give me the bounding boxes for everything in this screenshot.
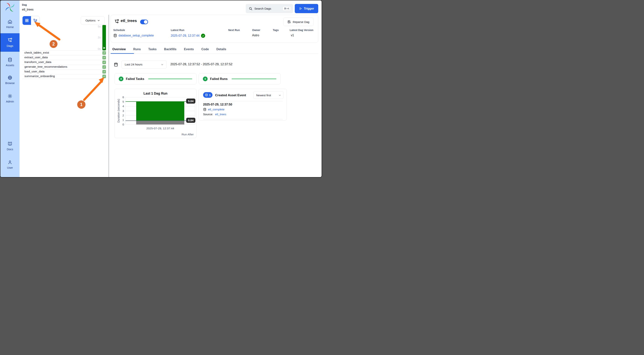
play-icon bbox=[299, 7, 302, 10]
chevron-down-icon bbox=[161, 63, 164, 66]
failed-tasks-label: Failed Tasks bbox=[126, 77, 144, 81]
database-icon bbox=[203, 108, 206, 111]
chart-y-tick: 1 bbox=[119, 118, 124, 122]
row-divider bbox=[22, 69, 105, 70]
sidebar-item-label: Dags bbox=[6, 44, 13, 47]
source-dag-link[interactable]: etl_trees bbox=[215, 113, 226, 116]
search-shortcut-badge: ⌘+K bbox=[282, 7, 291, 11]
failed-runs-count: 0 bbox=[203, 77, 208, 81]
dag-pause-toggle[interactable] bbox=[140, 20, 148, 24]
failed-runs-sparkline bbox=[232, 79, 276, 79]
task-success-check-icon[interactable] bbox=[102, 75, 106, 78]
sidebar-item-dags[interactable]: Dags bbox=[0, 33, 20, 52]
sidebar-item-docs[interactable]: Docs bbox=[0, 141, 20, 151]
tab-overview[interactable]: Overview bbox=[112, 48, 126, 51]
chart-y-tick: 2 bbox=[119, 114, 124, 117]
task-success-check-icon[interactable] bbox=[102, 56, 106, 60]
reparse-dag-button[interactable]: Reparse Dag bbox=[283, 18, 314, 26]
schedule-label: Schedule bbox=[113, 29, 125, 32]
chart-y-tick: 6 bbox=[119, 96, 124, 99]
tab-tasks[interactable]: Tasks bbox=[148, 48, 156, 51]
duration-tick-5s: 5s bbox=[92, 25, 101, 28]
breadcrumb: Dag bbox=[22, 4, 27, 6]
time-range-value: Last 24 hours bbox=[125, 63, 142, 66]
chart-bar-queued-duration[interactable] bbox=[136, 121, 184, 125]
dag-run-chart-card: Last 1 Dag Run Duration (seconds) 5.04 0… bbox=[114, 89, 196, 138]
globe-icon bbox=[8, 75, 12, 80]
task-row-label[interactable]: transform_user_data bbox=[24, 60, 51, 64]
chart-x-tick: 2025-07-29, 12:37:44 bbox=[146, 127, 174, 130]
panel-divider[interactable] bbox=[108, 15, 109, 178]
task-success-check-icon[interactable] bbox=[102, 70, 106, 74]
sidebar-item-label: Browse bbox=[5, 81, 15, 85]
sidebar-item-label: User bbox=[7, 166, 13, 169]
task-row-label[interactable]: check_tables_exist bbox=[24, 51, 49, 54]
chart-reference-line bbox=[126, 101, 195, 102]
search-placeholder: Search Dags bbox=[254, 7, 281, 10]
chevron-down-icon bbox=[278, 94, 281, 97]
failed-tasks-count: 0 bbox=[119, 77, 124, 81]
book-icon bbox=[8, 141, 12, 146]
reparse-icon bbox=[288, 20, 291, 24]
divider bbox=[203, 119, 283, 119]
latest-run-label: Latest Run bbox=[171, 29, 184, 32]
tab-runs[interactable]: Runs bbox=[133, 48, 141, 51]
sidebar-item-user[interactable]: User bbox=[0, 160, 20, 169]
home-icon bbox=[8, 19, 12, 24]
task-row-label[interactable]: extract_user_data bbox=[24, 56, 48, 59]
task-success-check-icon[interactable] bbox=[102, 51, 106, 55]
asset-event-link[interactable]: etl_complete bbox=[208, 108, 224, 111]
sidebar-item-label: Home bbox=[6, 25, 14, 29]
chart-title: Last 1 Dag Run bbox=[114, 92, 196, 96]
sidebar-item-browse[interactable]: Browse bbox=[0, 75, 20, 85]
annotation-badge-2-number: 2 bbox=[52, 42, 55, 47]
graph-icon bbox=[33, 19, 38, 23]
bar-value-label: 0.84 bbox=[186, 118, 196, 123]
dag-run-plot[interactable]: 5.04 0.84 2025-07-29, 12:37:44 0123456 bbox=[125, 97, 195, 125]
view-mode-toggle bbox=[22, 16, 40, 25]
sidebar: Home Dags Assets Browse Admin bbox=[0, 1, 20, 177]
graph-view-button[interactable] bbox=[31, 16, 40, 25]
schedule-asset-link[interactable]: database_setup_complete bbox=[118, 34, 154, 37]
owner-value: Astro bbox=[252, 34, 259, 37]
duration-tick-0s: 0s bbox=[92, 47, 101, 50]
tab-code[interactable]: Code bbox=[202, 48, 209, 51]
tab-details[interactable]: Details bbox=[216, 48, 226, 51]
options-label: Options bbox=[86, 19, 96, 22]
gear-icon bbox=[8, 94, 12, 99]
asset-event-source: Source: etl_trees bbox=[203, 113, 226, 116]
task-success-check-icon[interactable] bbox=[102, 61, 106, 64]
task-success-check-icon[interactable] bbox=[102, 65, 106, 69]
time-range-select[interactable]: Last 24 hours bbox=[122, 60, 167, 69]
sidebar-item-assets[interactable]: Assets bbox=[0, 57, 20, 67]
trigger-button[interactable]: Trigger bbox=[295, 4, 318, 13]
sidebar-item-label: Assets bbox=[6, 64, 14, 67]
row-divider bbox=[22, 60, 105, 60]
app-window: Home Dags Assets Browse Admin bbox=[0, 0, 322, 178]
tab-events[interactable]: Events bbox=[184, 48, 194, 51]
grid-view-button[interactable] bbox=[22, 16, 31, 25]
task-row-label[interactable]: load_user_data bbox=[24, 70, 44, 73]
toggle-knob bbox=[144, 20, 148, 24]
task-row-label[interactable]: generate_tree_recommendations bbox=[24, 65, 67, 69]
chart-y-tick: 5 bbox=[119, 100, 124, 103]
grid-icon bbox=[25, 19, 29, 23]
chart-y-tick: 0 bbox=[119, 123, 124, 126]
search-icon bbox=[249, 7, 252, 11]
time-range-text: 2025-07-28, 12:37:52 - 2025-07-29, 12:37… bbox=[170, 63, 232, 66]
chart-x-axis-label: Run After bbox=[182, 133, 194, 136]
latest-run-link[interactable]: 2025-07-29, 12:37:44 bbox=[171, 34, 200, 38]
sidebar-item-label: Admin bbox=[6, 100, 14, 103]
sidebar-item-admin[interactable]: Admin bbox=[0, 94, 20, 103]
sidebar-item-home[interactable]: Home bbox=[0, 19, 20, 29]
airflow-logo-icon[interactable] bbox=[5, 2, 15, 13]
latest-run-value: 2025-07-29, 12:37:44 bbox=[171, 34, 205, 38]
run-play-marker-icon bbox=[104, 47, 105, 49]
asset-event-timestamp: 2025-07-29, 12:37:50 bbox=[203, 103, 232, 106]
options-button[interactable]: Options bbox=[81, 16, 105, 25]
tab-backfills[interactable]: Backfills bbox=[164, 48, 176, 51]
task-row-label[interactable]: summarize_onboarding bbox=[24, 75, 55, 78]
search-input[interactable]: Search Dags ⌘+K bbox=[246, 4, 293, 13]
asset-events-sort-select[interactable]: Newest first bbox=[254, 91, 284, 99]
dag-run-duration-bar[interactable] bbox=[102, 25, 106, 50]
